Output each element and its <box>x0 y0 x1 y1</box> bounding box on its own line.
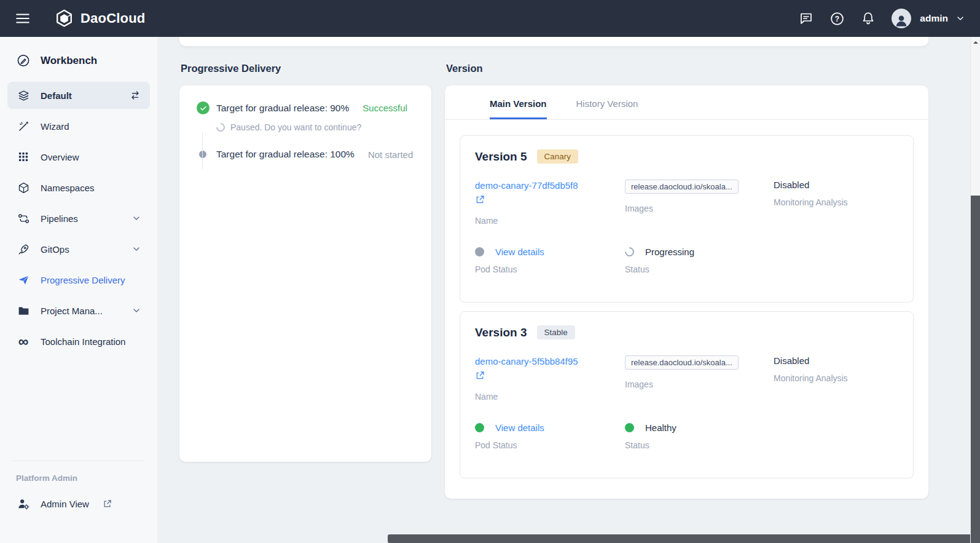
sidebar-item-gitops[interactable]: GitOps <box>7 236 150 263</box>
workbench-icon <box>16 53 31 68</box>
sidebar-item-label: Admin View <box>41 499 89 509</box>
workload-link-text: demo-canary-5f5bb84f95 <box>475 356 578 367</box>
step-status: Not started <box>368 149 413 160</box>
sidebar-item-pipelines[interactable]: Pipelines <box>7 205 150 232</box>
progressive-delivery-panel: Progressive Delivery Target for gradual … <box>179 63 431 462</box>
monitoring-cell: Disabled Monitoring Analysis <box>774 180 898 207</box>
sidebar-item-label: Wizard <box>41 121 69 132</box>
username: admin <box>920 13 948 24</box>
grid-icon <box>16 151 31 163</box>
workbench-header[interactable]: Workbench <box>0 37 157 77</box>
monitoring-label: Monitoring Analysis <box>774 373 898 383</box>
horizontal-scrollbar-thumb[interactable] <box>388 534 970 543</box>
chevron-down-icon[interactable] <box>131 244 141 254</box>
vertical-scrollbar <box>970 37 980 543</box>
name-label: Name <box>475 392 625 402</box>
horizontal-scrollbar <box>315 534 960 543</box>
sidebar-item-project-management[interactable]: Project Mana... <box>7 297 150 324</box>
pod-status-cell: View details Pod Status <box>475 422 625 450</box>
sidebar: Workbench Default Wizard <box>0 37 157 543</box>
healthy-dot-icon <box>625 423 634 432</box>
progressing-spinner-icon <box>623 245 636 258</box>
view-details-link[interactable]: View details <box>495 422 544 433</box>
workload-link[interactable]: demo-canary-77df5db5f8 <box>475 180 578 208</box>
sidebar-item-admin-view[interactable]: Admin View <box>7 490 150 517</box>
version-item-5: Version 5 Canary demo-canary-77df5db5f8 <box>460 135 914 303</box>
user-avatar[interactable] <box>892 9 911 28</box>
version-item-3: Version 3 Stable demo-canary-5f5bb84f95 <box>460 311 914 478</box>
app-screen: DaoCloud ? admin Work <box>0 0 980 543</box>
release-step-2: Target for gradual release: 100% Not sta… <box>197 149 415 160</box>
user-menu-chevron-down-icon[interactable] <box>955 14 965 23</box>
magic-wand-icon <box>16 120 31 133</box>
scrollbar-up-arrow-icon[interactable] <box>971 39 980 46</box>
step-label: Target for gradual release: 90% <box>216 103 349 114</box>
sidebar-item-toolchain-integration[interactable]: ∞ Toolchain Integration <box>7 328 150 355</box>
infinity-icon: ∞ <box>16 335 31 349</box>
sidebar-item-label: Namespaces <box>41 183 95 193</box>
help-icon[interactable]: ? <box>829 11 845 26</box>
svg-text:?: ? <box>835 14 839 23</box>
hamburger-menu-icon[interactable] <box>15 10 31 26</box>
version-name: Version 5 <box>475 150 527 164</box>
status-value: Healthy <box>645 422 676 433</box>
images-cell: release.daocloud.io/skoala... Images <box>625 180 774 213</box>
external-link-icon <box>475 195 578 208</box>
step-status: Successful <box>363 103 407 113</box>
status-label: Status <box>625 264 774 274</box>
sidebar-item-overview[interactable]: Overview <box>7 143 150 170</box>
sidebar-item-label: Pipelines <box>41 213 78 224</box>
release-step-1: Target for gradual release: 90% Successf… <box>197 101 415 114</box>
progressive-delivery-title: Progressive Delivery <box>181 63 431 74</box>
sidebar-item-label: Toolchain Integration <box>41 336 125 347</box>
sidebar-item-label: Default <box>41 90 72 101</box>
workload-link[interactable]: demo-canary-5f5bb84f95 <box>475 355 578 384</box>
version-tabs: Main Version History Version <box>445 85 928 120</box>
release-substep: Paused. Do you want to continue? <box>216 122 415 132</box>
tab-main-version[interactable]: Main Version <box>490 85 547 119</box>
monitoring-cell: Disabled Monitoring Analysis <box>774 355 898 383</box>
bell-icon[interactable] <box>861 11 876 26</box>
sidebar-item-label: GitOps <box>41 244 69 255</box>
vertical-scrollbar-thumb[interactable] <box>971 196 980 543</box>
external-link-icon <box>475 371 578 384</box>
folder-icon <box>16 304 31 317</box>
sidebar-nav: Default Wizard Overview <box>0 77 157 360</box>
status-cell: Progressing Status <box>625 247 774 274</box>
workload-link-text: demo-canary-77df5db5f8 <box>475 180 578 191</box>
sidebar-item-wizard[interactable]: Wizard <box>7 113 150 140</box>
substep-label: Paused. Do you want to continue? <box>230 122 361 132</box>
chevron-down-icon[interactable] <box>131 213 141 223</box>
view-details-link[interactable]: View details <box>495 247 544 257</box>
pipeline-icon <box>16 212 31 225</box>
chevron-down-icon[interactable] <box>131 306 141 315</box>
canary-badge: Canary <box>537 149 579 164</box>
pod-status-label: Pod Status <box>475 264 625 274</box>
version-card: Main Version History Version Version 5 C… <box>445 85 928 499</box>
name-label: Name <box>475 216 625 226</box>
chat-icon[interactable] <box>799 11 813 26</box>
sidebar-item-label: Progressive Delivery <box>41 275 125 285</box>
switch-workspace-icon[interactable] <box>129 89 141 101</box>
sidebar-item-progressive-delivery[interactable]: Progressive Delivery <box>7 266 150 293</box>
images-cell: release.daocloud.io/skoala... Images <box>625 355 774 389</box>
workbench-label: Workbench <box>41 55 97 67</box>
version-name: Version 3 <box>475 326 527 339</box>
images-label: Images <box>625 204 774 213</box>
daocloud-logo-icon <box>54 9 74 29</box>
admin-user-gear-icon <box>16 497 31 510</box>
brand-logo[interactable]: DaoCloud <box>54 9 145 29</box>
sidebar-item-label: Overview <box>41 152 79 162</box>
sidebar-item-default[interactable]: Default <box>7 82 150 109</box>
version-list: Version 5 Canary demo-canary-77df5db5f8 <box>445 120 928 495</box>
brand-name: DaoCloud <box>80 10 145 26</box>
images-label: Images <box>625 379 774 389</box>
rocket-icon <box>16 243 31 256</box>
topbar-actions: ? admin <box>799 9 965 28</box>
sidebar-item-namespaces[interactable]: Namespaces <box>7 174 150 201</box>
tab-history-version[interactable]: History Version <box>576 85 638 119</box>
step-label: Target for gradual release: 100% <box>216 149 355 160</box>
pod-status-dot-icon <box>475 423 484 432</box>
clipped-card-above <box>179 37 928 46</box>
name-cell: demo-canary-5f5bb84f95 Name <box>475 355 625 402</box>
